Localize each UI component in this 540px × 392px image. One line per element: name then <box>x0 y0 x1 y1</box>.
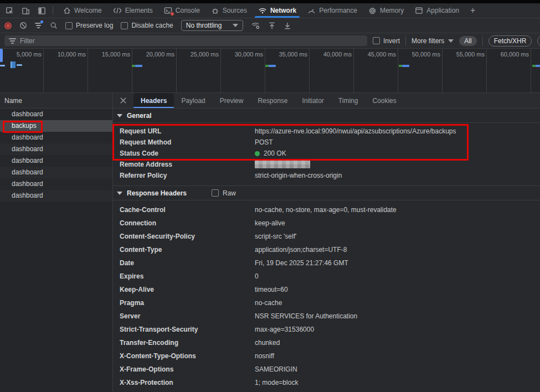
request-row[interactable]: dashboard <box>0 155 112 167</box>
tab-label: Performance <box>319 7 357 14</box>
request-row[interactable]: dashboard <box>0 178 112 190</box>
checkbox-box <box>212 189 219 197</box>
header-name: X-Content-Type-Options <box>120 352 255 360</box>
tab-memory[interactable]: Memory <box>363 3 409 18</box>
request-row[interactable]: dashboard <box>0 109 112 120</box>
response-header-row: Content-Security-Policy script-src 'self… <box>113 230 540 243</box>
timeline-overview[interactable]: 5,000 ms 10,000 ms 15,000 ms 20,000 ms 2… <box>0 49 540 93</box>
filter-chip-all[interactable]: All <box>459 36 476 46</box>
disable-cache-checkbox[interactable]: Disable cache <box>121 22 173 29</box>
filter-toggle-icon[interactable] <box>35 22 42 29</box>
response-header-rows: Cache-Control no-cache, no-store, max-ag… <box>113 200 540 389</box>
detail-tab-initiator[interactable]: Initiator <box>295 93 331 108</box>
name-column-header[interactable]: Name <box>0 93 112 109</box>
filter-chip-fetch-xhr[interactable]: Fetch/XHR <box>488 35 532 47</box>
detail-tab-cookies[interactable]: Cookies <box>365 93 403 108</box>
device-toolbar-icon[interactable] <box>22 7 30 15</box>
waterfall-bar <box>536 65 540 67</box>
redacted-remote-address <box>255 161 310 168</box>
section-divider <box>113 181 540 186</box>
tab-console[interactable]: Console <box>158 3 205 18</box>
request-row[interactable]: dashboard <box>0 167 112 178</box>
response-headers-section-header[interactable]: Response Headers Raw <box>113 186 540 200</box>
raw-checkbox[interactable]: Raw <box>212 189 236 197</box>
detail-tabbar: Headers Payload Preview Response Initiat… <box>113 93 540 109</box>
header-value: max-age=31536000 <box>255 326 314 333</box>
checkbox-box <box>65 22 73 29</box>
header-name: Expires <box>120 272 255 280</box>
close-icon[interactable] <box>113 93 133 108</box>
disclosure-triangle-icon <box>117 114 122 117</box>
request-row[interactable]: dashboard <box>0 132 112 143</box>
tab-performance[interactable]: Performance <box>302 3 363 18</box>
more-tabs-button[interactable]: + <box>465 3 481 18</box>
header-value: no-cache <box>255 299 282 307</box>
header-value: Fri, 19 Dec 2025 21:27:46 GMT <box>255 259 348 267</box>
network-conditions-icon[interactable] <box>251 22 260 30</box>
general-row-request-url: Request URL https://azure-nve.local:9090… <box>113 126 540 137</box>
filterbar-separator <box>405 37 406 45</box>
timeline-tick: 20,000 ms <box>133 51 174 58</box>
header-name: Content-Security-Policy <box>120 233 255 240</box>
raw-label: Raw <box>223 189 236 197</box>
detail-tab-headers[interactable]: Headers <box>133 93 174 108</box>
bug-icon <box>211 7 219 15</box>
clear-icon[interactable] <box>19 22 27 29</box>
waterfall-bar <box>269 65 276 67</box>
header-value: nosniff <box>255 352 274 360</box>
export-har-icon[interactable] <box>284 22 291 30</box>
response-header-row: Cache-Control no-cache, no-store, max-ag… <box>113 203 540 216</box>
tab-welcome[interactable]: Welcome <box>58 3 107 18</box>
dock-side-icon[interactable] <box>38 7 46 15</box>
devtools-tabbar: Welcome Elements Console <box>0 3 540 18</box>
request-row-selected[interactable]: backups <box>0 120 112 132</box>
invert-checkbox[interactable]: Invert <box>373 37 400 45</box>
detail-tab-timing[interactable]: Timing <box>331 93 366 108</box>
gauge-icon <box>307 7 316 14</box>
header-value: https://azure-nve.local:9090/nwui/api/az… <box>255 127 456 135</box>
tab-sources[interactable]: Sources <box>205 3 253 18</box>
header-name: Pragma <box>120 299 255 307</box>
inspect-element-icon[interactable] <box>6 7 14 15</box>
more-filters-button[interactable]: More filters <box>412 37 454 45</box>
chevron-down-icon <box>448 39 454 43</box>
tab-elements[interactable]: Elements <box>107 3 158 18</box>
general-section-header[interactable]: General <box>113 109 540 123</box>
detail-tab-preview[interactable]: Preview <box>213 93 251 108</box>
detail-tab-response[interactable]: Response <box>250 93 295 108</box>
search-icon[interactable] <box>50 22 58 29</box>
detail-tab-payload[interactable]: Payload <box>174 93 212 108</box>
preserve-log-label: Preserve log <box>76 22 113 29</box>
record-button[interactable] <box>4 22 12 29</box>
timeline-tick: 40,000 ms <box>311 51 352 58</box>
header-name: Keep-Alive <box>120 286 255 293</box>
code-brackets-icon <box>113 7 122 14</box>
header-value: chunked <box>255 339 280 347</box>
filter-active-badge <box>40 20 44 24</box>
header-name: Transfer-Encoding <box>120 339 255 347</box>
filter-input[interactable] <box>20 37 363 45</box>
waterfall-bar <box>0 65 5 66</box>
header-name: X-Xss-Protection <box>120 379 255 386</box>
header-name: X-Frame-Options <box>120 365 255 373</box>
status-ok-dot <box>255 151 260 156</box>
response-header-row: X-Frame-Options SAMEORIGIN <box>113 363 540 376</box>
import-har-icon[interactable] <box>268 22 276 30</box>
general-row-referrer-policy: Referrer Policy strict-origin-when-cross… <box>113 170 540 181</box>
request-row[interactable]: dashboard <box>0 143 112 155</box>
filter-chip-doc[interactable]: Doc <box>537 35 540 47</box>
header-name: Content-Type <box>120 246 255 254</box>
header-value: NSR SERVICES for Authentication <box>255 312 357 320</box>
header-name: Request Method <box>120 138 255 146</box>
home-icon <box>63 7 71 14</box>
header-name: Server <box>120 312 255 320</box>
header-name: Referrer Policy <box>120 172 255 179</box>
tab-network[interactable]: Network <box>253 3 302 18</box>
request-row[interactable]: dashboard <box>0 190 112 202</box>
preserve-log-checkbox[interactable]: Preserve log <box>65 22 113 29</box>
response-header-row: Date Fri, 19 Dec 2025 21:27:46 GMT <box>113 256 540 270</box>
filter-input-box[interactable] <box>4 35 367 46</box>
throttling-select[interactable]: No throttling <box>181 20 244 31</box>
response-header-row: Connection keep-alive <box>113 216 540 230</box>
tab-application[interactable]: Application <box>409 3 465 18</box>
